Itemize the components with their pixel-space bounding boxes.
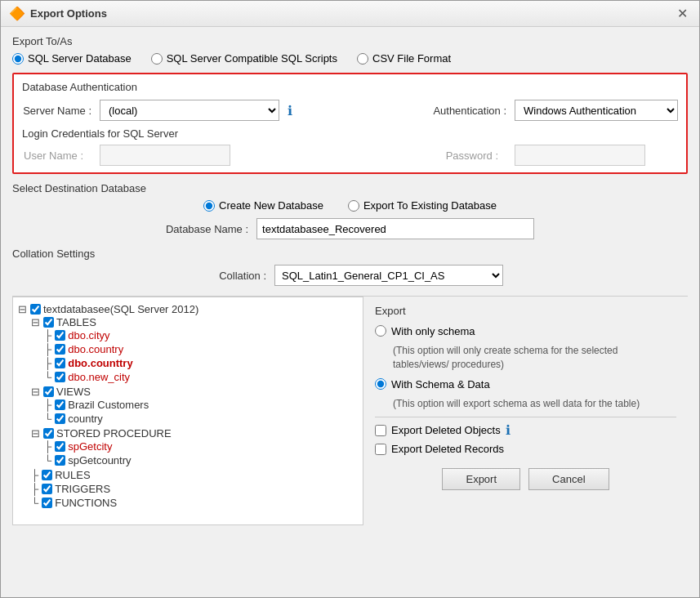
- collation-label: Collation :: [197, 270, 266, 282]
- export-panel: Export With only schema (This option wil…: [363, 297, 688, 525]
- server-name-row: Server Name : (local) ℹ Authentication :…: [22, 100, 678, 121]
- password-input[interactable]: [515, 145, 645, 166]
- authentication-label: Authentication :: [433, 105, 506, 117]
- brazil-customers-label: Brazil Customers: [68, 399, 149, 411]
- collation-settings-section: Collation Settings Collation : SQL_Latin…: [12, 248, 688, 286]
- view-country-label: country: [68, 413, 103, 425]
- rules-label: RULES: [55, 469, 90, 481]
- counttry-label: dbo.counttry: [68, 357, 132, 369]
- root-label: textdatabasee(SQL Server 2012): [43, 303, 198, 315]
- views-node: ⊟ VIEWS ├ Brazil Customers: [31, 385, 358, 426]
- destination-radio-row: Create New Database Export To Existing D…: [12, 199, 688, 212]
- export-deleted-records-checkbox[interactable]: [375, 444, 386, 455]
- username-input[interactable]: [100, 145, 230, 166]
- view-brazil-customers: ├ Brazil Customers: [44, 398, 358, 412]
- credentials-row: User Name : Password :: [22, 145, 678, 166]
- functions-node: └ FUNCTIONS: [31, 496, 358, 510]
- csv-format-radio[interactable]: [357, 53, 368, 65]
- collation-row: Collation : SQL_Latin1_General_CP1_CI_AS…: [12, 265, 688, 286]
- cityy-label: dbo.cityy: [68, 329, 109, 341]
- server-info-icon[interactable]: ℹ: [288, 103, 292, 118]
- sql-server-db-option[interactable]: SQL Server Database: [12, 52, 132, 65]
- table-counttry: ├ dbo.counttry: [44, 356, 358, 370]
- root-checkbox[interactable]: [30, 304, 41, 315]
- counttry-checkbox[interactable]: [55, 358, 65, 368]
- db-auth-title: Database Authentication: [22, 81, 678, 93]
- dialog-title: Export Options: [30, 7, 107, 20]
- export-to-as-label: Export To/As: [12, 35, 688, 47]
- view-country-checkbox[interactable]: [55, 413, 65, 424]
- collation-select[interactable]: SQL_Latin1_General_CP1_CI_AS Latin1_Gene…: [274, 265, 503, 286]
- database-name-input[interactable]: [256, 218, 534, 239]
- export-existing-db-radio[interactable]: [348, 200, 359, 212]
- new-city-label: dbo.new_city: [68, 371, 130, 383]
- stored-procedure-label: STORED PROCEDURE: [56, 427, 172, 440]
- with-schema-only-option: With only schema: [375, 325, 676, 337]
- collation-settings-label: Collation Settings: [12, 248, 688, 260]
- new-city-checkbox[interactable]: [55, 372, 65, 382]
- username-label: User Name :: [22, 150, 83, 162]
- bottom-section: ⊟ textdatabasee(SQL Server 2012) ⊟ TABLE…: [12, 296, 688, 525]
- rules-node: ├ RULES: [31, 468, 358, 482]
- triggers-node: ├ TRIGGERS: [31, 482, 358, 496]
- export-button[interactable]: Export: [442, 468, 520, 490]
- with-schema-data-option: With Schema & Data: [375, 378, 676, 390]
- cityy-checkbox[interactable]: [55, 330, 65, 341]
- stored-procedure-checkbox[interactable]: [43, 428, 54, 439]
- table-country: ├ dbo.country: [44, 342, 358, 356]
- country-checkbox[interactable]: [55, 344, 65, 355]
- schema-data-label[interactable]: With Schema & Data: [375, 378, 676, 390]
- login-credentials-title: Login Credentials for SQL Server: [22, 127, 678, 140]
- country-label: dbo.country: [68, 343, 123, 355]
- cancel-button[interactable]: Cancel: [528, 468, 609, 490]
- export-existing-db-option[interactable]: Export To Existing Database: [348, 199, 497, 212]
- database-name-row: Database Name :: [12, 218, 688, 239]
- brazil-customers-checkbox[interactable]: [55, 399, 65, 410]
- close-button[interactable]: ✕: [674, 7, 691, 20]
- create-new-db-radio[interactable]: [203, 200, 215, 212]
- rules-checkbox[interactable]: [42, 470, 52, 480]
- getcity-checkbox[interactable]: [55, 441, 65, 452]
- export-deleted-objects-row[interactable]: Export Deleted Objects ℹ: [375, 422, 676, 438]
- functions-checkbox[interactable]: [42, 498, 52, 508]
- sql-scripts-radio[interactable]: [151, 53, 163, 65]
- divider: [375, 417, 676, 417]
- tables-label: TABLES: [56, 316, 96, 328]
- getcity-label: spGetcity: [68, 440, 112, 453]
- triggers-checkbox[interactable]: [42, 484, 52, 494]
- schema-only-radio[interactable]: [375, 325, 386, 337]
- deleted-objects-info-icon[interactable]: ℹ: [506, 422, 511, 438]
- export-panel-title: Export: [375, 305, 676, 317]
- title-bar: 🔶 Export Options ✕: [1, 1, 699, 27]
- server-name-label: Server Name :: [22, 105, 91, 117]
- table-new-city: └ dbo.new_city: [44, 370, 358, 384]
- view-country: └ country: [44, 412, 358, 426]
- create-new-db-option[interactable]: Create New Database: [203, 199, 323, 212]
- sp-getcity: ├ spGetcity: [44, 440, 358, 453]
- database-name-label: Database Name :: [166, 223, 248, 235]
- stored-procedure-node: ⊟ STORED PROCEDURE ├ spGetcity: [31, 426, 358, 468]
- schema-only-desc: (This option will only create schema for…: [393, 344, 676, 372]
- select-destination-label: Select Destination Database: [12, 182, 688, 194]
- select-destination-section: Select Destination Database Create New D…: [12, 182, 688, 239]
- database-authentication-section: Database Authentication Server Name : (l…: [12, 73, 688, 174]
- authentication-select[interactable]: Windows Authentication: [515, 100, 678, 121]
- button-row: Export Cancel: [375, 468, 676, 490]
- getcountry-checkbox[interactable]: [55, 455, 65, 466]
- tables-checkbox[interactable]: [43, 317, 54, 328]
- triggers-label: TRIGGERS: [55, 483, 110, 495]
- sql-server-db-radio[interactable]: [12, 53, 24, 65]
- sp-getcountry: └ spGetcountry: [44, 453, 358, 467]
- schema-only-label[interactable]: With only schema: [375, 325, 676, 337]
- schema-data-desc: (This option will export schema as well …: [393, 397, 676, 411]
- csv-format-option[interactable]: CSV File Format: [357, 52, 451, 65]
- tree-panel: ⊟ textdatabasee(SQL Server 2012) ⊟ TABLE…: [12, 297, 363, 525]
- export-format-options: SQL Server Database SQL Server Compatibl…: [12, 52, 688, 65]
- tree-root: ⊟ textdatabasee(SQL Server 2012) ⊟ TABLE…: [18, 302, 358, 511]
- sql-scripts-option[interactable]: SQL Server Compatible SQL Scripts: [151, 52, 337, 65]
- server-name-select[interactable]: (local): [100, 100, 279, 121]
- views-checkbox[interactable]: [43, 386, 54, 397]
- schema-data-radio[interactable]: [375, 378, 386, 390]
- export-deleted-objects-checkbox[interactable]: [375, 425, 386, 436]
- export-deleted-records-row[interactable]: Export Deleted Records: [375, 443, 676, 455]
